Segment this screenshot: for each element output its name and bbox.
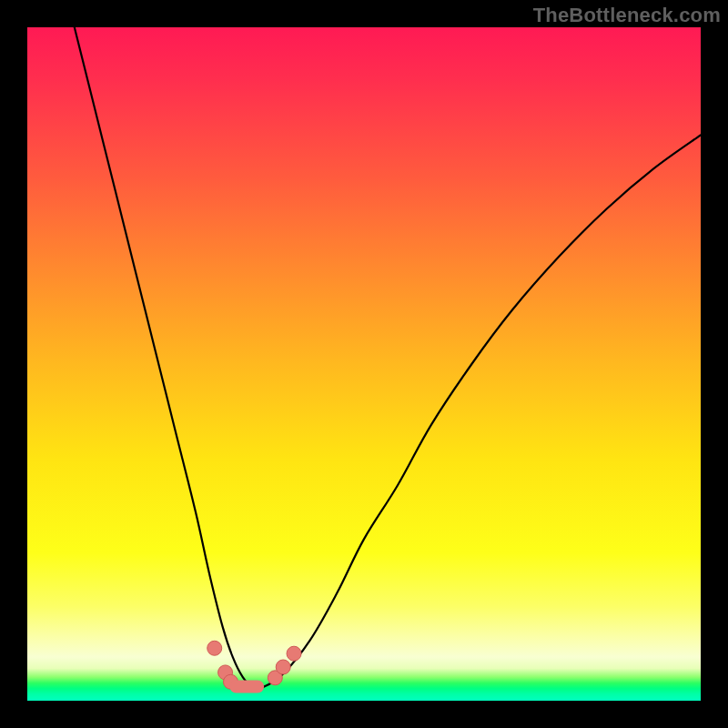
marker-point: [276, 660, 290, 674]
bottleneck-curve: [75, 27, 701, 689]
marker-point: [287, 646, 301, 661]
plot-area: [27, 27, 701, 701]
curve-svg: [27, 27, 701, 701]
watermark-text: TheBottleneck.com: [533, 4, 721, 27]
marker-layer: [207, 641, 301, 689]
marker-point: [207, 641, 222, 655]
chart-frame: TheBottleneck.com: [0, 0, 728, 728]
